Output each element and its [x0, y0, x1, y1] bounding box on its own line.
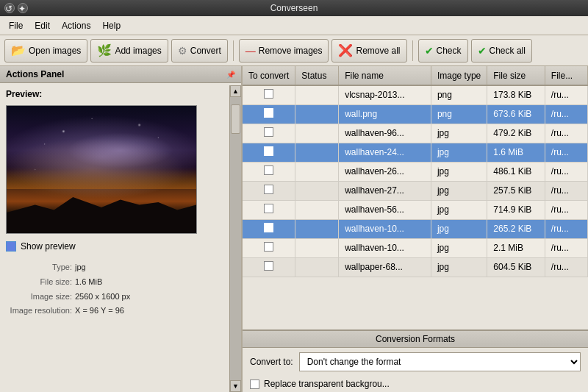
table-row[interactable]: wallhaven-10... jpg 2.1 MiB /ru... [243, 238, 588, 257]
resolution-label: Image resolution: [6, 304, 72, 318]
row-checkbox-cell [243, 124, 295, 143]
imagesize-label: Image size: [6, 290, 72, 304]
header-filename: File name [339, 66, 431, 85]
table-row[interactable]: wallhaven-56... jpg 714.9 KiB /ru... [243, 200, 588, 219]
row-checkbox-cell [243, 200, 295, 219]
toolbar: 📂 Open images 🌿 Add images ⚙ Convert — R… [0, 35, 588, 66]
replace-transparent-row: Replace transparent backgrou... [243, 376, 588, 392]
row-filepath-4: /ru... [545, 162, 587, 181]
window-controls: ↺ ✦ [4, 3, 28, 13]
preview-label: Preview: [6, 89, 226, 99]
row-filename-7: wallhaven-10... [339, 219, 431, 238]
row-filesize-8: 2.1 MiB [487, 238, 545, 257]
table-row[interactable]: wallhaven-24... jpg 1.6 MiB /ru... [243, 143, 588, 162]
row-status-8 [295, 238, 339, 257]
file-checkbox-8[interactable] [264, 242, 273, 252]
header-to-convert: To convert [243, 66, 295, 85]
file-checkbox-2[interactable] [264, 127, 273, 137]
file-checkbox-5[interactable] [264, 185, 273, 194]
row-filesize-9: 604.5 KiB [487, 257, 545, 277]
scroll-up-arrow[interactable]: ▲ [230, 85, 241, 97]
row-checkbox-cell [243, 219, 295, 238]
show-preview-label: Show preview [21, 241, 76, 252]
file-checkbox-7[interactable] [264, 223, 273, 232]
row-checkbox-cell [243, 85, 295, 104]
table-row[interactable]: wallhaven-26... jpg 486.1 KiB /ru... [243, 162, 588, 181]
row-filepath-1: /ru... [545, 104, 587, 124]
file-table-container[interactable]: To convert Status File name Image type F… [243, 66, 588, 329]
wm-pin-icon[interactable]: ✦ [18, 3, 28, 13]
file-checkbox-1[interactable] [264, 108, 273, 118]
convert-label: Convert [190, 46, 221, 56]
scroll-down-arrow[interactable]: ▼ [230, 380, 241, 392]
row-imagetype-4: jpg [431, 162, 487, 181]
row-checkbox-cell [243, 181, 295, 200]
row-filesize-2: 479.2 KiB [487, 124, 545, 143]
row-checkbox-cell [243, 162, 295, 181]
row-filesize-6: 714.9 KiB [487, 200, 545, 219]
row-imagetype-0: png [431, 85, 487, 104]
open-images-button[interactable]: 📂 Open images [4, 39, 87, 63]
replace-transparent-checkbox[interactable] [250, 379, 259, 389]
row-imagetype-5: jpg [431, 181, 487, 200]
convert-to-label: Convert to: [250, 357, 293, 367]
menu-actions[interactable]: Actions [56, 18, 96, 33]
table-header-row: To convert Status File name Image type F… [243, 66, 588, 85]
panel-content: Preview: Show preview Type: jpg File siz… [0, 83, 241, 392]
check-all-button[interactable]: ✔ Check all [471, 39, 532, 63]
row-filename-8: wallhaven-10... [339, 238, 431, 257]
show-preview-row: Show preview [6, 241, 226, 252]
table-row[interactable]: vlcsnap-2013... png 173.8 KiB /ru... [243, 85, 588, 104]
file-info: Type: jpg File size: 1.6 MiB Image size:… [6, 260, 226, 318]
row-filepath-0: /ru... [545, 85, 587, 104]
row-filename-3: wallhaven-24... [339, 143, 431, 162]
row-status-2 [295, 124, 339, 143]
filesize-value: 1.6 MiB [75, 275, 102, 290]
separator-2 [412, 40, 413, 61]
open-images-label: Open images [29, 46, 81, 56]
file-checkbox-6[interactable] [264, 204, 273, 213]
file-checkbox-9[interactable] [264, 261, 273, 271]
row-status-0 [295, 85, 339, 104]
type-value: jpg [75, 260, 86, 275]
resolution-row: Image resolution: X = 96 Y = 96 [6, 304, 226, 318]
mountain-glow [7, 167, 196, 189]
remove-images-button[interactable]: — Remove images [239, 39, 329, 63]
header-imagetype: Image type [431, 66, 487, 85]
file-checkbox-0[interactable] [264, 89, 273, 99]
left-scrollbar[interactable]: ▲ ▼ [229, 85, 241, 392]
menu-edit[interactable]: Edit [29, 18, 56, 33]
row-filename-0: vlcsnap-2013... [339, 85, 431, 104]
header-filepath: File... [545, 66, 587, 85]
file-checkbox-3[interactable] [264, 146, 273, 156]
scroll-track [230, 97, 241, 380]
remove-all-button[interactable]: ❌ Remove all [331, 39, 406, 63]
table-row[interactable]: wallpaper-68... jpg 604.5 KiB /ru... [243, 257, 588, 277]
add-images-button[interactable]: 🌿 Add images [90, 39, 168, 63]
file-checkbox-4[interactable] [264, 165, 273, 175]
check-button[interactable]: ✔ Check [418, 39, 468, 63]
filesize-row: File size: 1.6 MiB [6, 275, 226, 290]
file-table-body: vlcsnap-2013... png 173.8 KiB /ru... wal… [243, 85, 588, 277]
show-preview-checkbox[interactable] [6, 241, 16, 252]
table-row[interactable]: wallhaven-10... jpg 265.2 KiB /ru... [243, 219, 588, 238]
row-filesize-7: 265.2 KiB [487, 219, 545, 238]
convert-button[interactable]: ⚙ Convert [171, 39, 228, 63]
menu-help[interactable]: Help [96, 18, 126, 33]
menu-file[interactable]: File [3, 18, 29, 33]
scroll-thumb[interactable] [231, 104, 240, 134]
type-row: Type: jpg [6, 260, 226, 275]
table-row[interactable]: wall.png png 673.6 KiB /ru... [243, 104, 588, 124]
row-checkbox-cell [243, 143, 295, 162]
header-status: Status [295, 66, 339, 85]
row-status-9 [295, 257, 339, 277]
row-imagetype-9: jpg [431, 257, 487, 277]
row-status-4 [295, 162, 339, 181]
row-filepath-7: /ru... [545, 219, 587, 238]
panel-pin-icon[interactable]: 📌 [226, 71, 235, 79]
table-row[interactable]: wallhaven-27... jpg 257.5 KiB /ru... [243, 181, 588, 200]
wm-refresh-icon[interactable]: ↺ [4, 3, 15, 13]
table-row[interactable]: wallhaven-96... jpg 479.2 KiB /ru... [243, 124, 588, 143]
convert-to-select[interactable]: Don't change the format [299, 352, 581, 371]
remove-images-icon: — [245, 45, 256, 57]
